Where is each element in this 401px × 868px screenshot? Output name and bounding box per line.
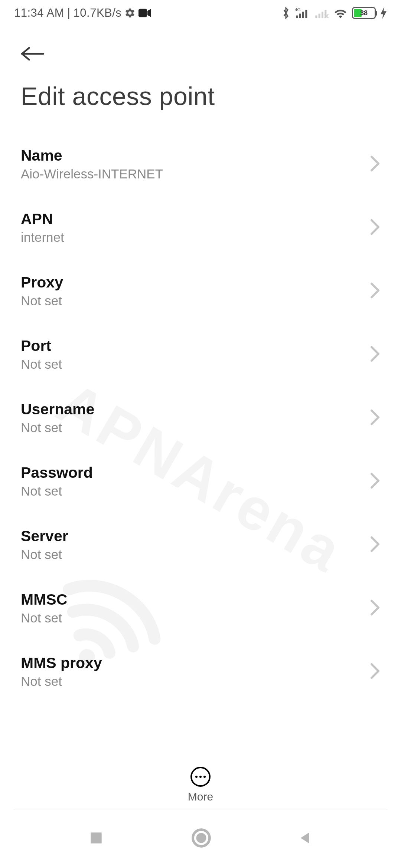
chevron-right-icon [370,346,380,364]
svg-rect-8 [319,14,320,18]
field-label: Proxy [21,274,63,291]
bluetooth-icon [281,7,290,19]
chevron-right-icon [370,409,380,427]
page-title: Edit access point [0,67,401,118]
chevron-right-icon [370,536,380,554]
field-label: APN [21,210,64,228]
field-value: Not set [21,484,93,499]
field-value: Not set [21,420,94,435]
back-button[interactable] [21,41,47,67]
chevron-right-icon [370,599,380,617]
triangle-left-icon [298,830,313,846]
arrow-left-icon [21,46,45,62]
apn-fields-list: Name Aio-Wireless-INTERNET APN internet … [0,118,401,704]
svg-text:4G: 4G [295,7,301,12]
field-row-mms-proxy[interactable]: MMS proxy Not set [0,640,401,704]
charging-bolt-icon [380,7,387,19]
field-row-server[interactable]: Server Not set [0,513,401,577]
field-row-name[interactable]: Name Aio-Wireless-INTERNET [0,133,401,196]
more-button[interactable]: More [0,764,401,803]
nav-home-button[interactable] [191,828,211,849]
status-separator: | [67,6,71,20]
field-value: Not set [21,674,102,689]
field-label: Password [21,464,93,481]
square-icon [88,830,104,846]
svg-rect-14 [91,832,101,843]
field-row-password[interactable]: Password Not set [0,450,401,513]
nav-back-button[interactable] [298,830,313,848]
more-horizontal-icon [190,767,211,787]
field-label: MMSC [21,591,67,608]
field-row-apn[interactable]: APN internet [0,196,401,260]
field-value: Not set [21,547,68,562]
svg-rect-9 [322,12,323,18]
field-row-username[interactable]: Username Not set [0,387,401,450]
field-row-port[interactable]: Port Not set [0,323,401,387]
field-value: Not set [21,611,67,625]
chevron-right-icon [370,473,380,490]
svg-rect-6 [305,10,307,18]
field-label: Server [21,527,68,545]
field-value: Aio-Wireless-INTERNET [21,167,163,181]
field-value: Not set [21,357,62,372]
field-label: Username [21,401,94,418]
field-row-proxy[interactable]: Proxy Not set [0,260,401,323]
svg-point-16 [196,833,206,843]
chevron-right-icon [370,663,380,681]
svg-rect-1 [138,9,147,17]
field-label: Port [21,337,62,355]
svg-rect-7 [315,16,317,18]
chevron-right-icon [370,282,380,300]
chevron-right-icon [370,155,380,173]
field-label: Name [21,147,163,164]
chevron-right-icon [370,219,380,237]
gear-icon [124,7,136,19]
system-nav-bar [0,809,401,868]
field-value: internet [21,230,64,245]
video-icon [138,9,151,17]
svg-rect-4 [299,14,301,18]
field-row-mmsc[interactable]: MMSC Not set [0,577,401,640]
status-time: 11:34 AM [14,6,64,20]
more-label: More [188,790,213,803]
battery-icon: 38 [352,7,376,19]
svg-rect-3 [296,16,298,18]
status-net-speed: 10.7KB/s [74,6,122,20]
wifi-icon [333,7,348,19]
field-value: Not set [21,293,63,308]
svg-rect-5 [302,12,304,18]
circle-icon [191,828,211,848]
status-bar: 11:34 AM | 10.7KB/s 4G [0,0,401,26]
cellular-signal-4g-icon: 4G [295,7,310,19]
nav-recents-button[interactable] [88,830,104,848]
field-label: MMS proxy [21,654,102,672]
cellular-signal-nosim-icon [314,7,329,19]
